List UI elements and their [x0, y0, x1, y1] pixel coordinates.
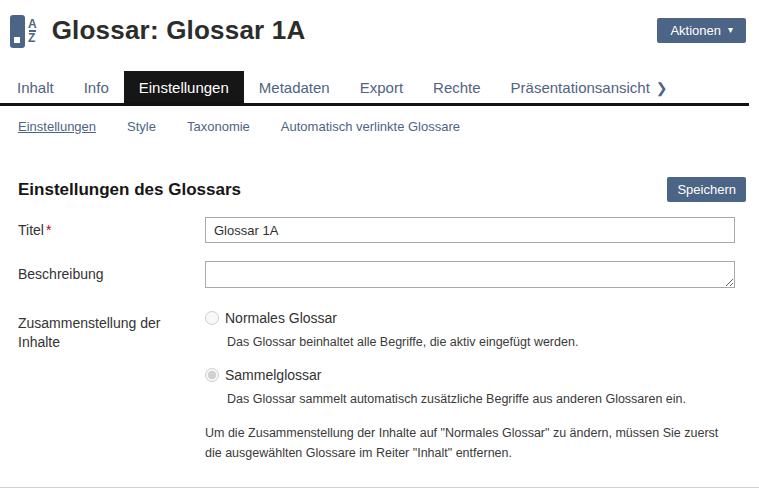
compilation-note: Um die Zusammenstellung der Inhalte auf … [205, 424, 735, 463]
sammelglossar-label: Sammelglossar [225, 367, 321, 383]
tab-einstellungen[interactable]: Einstellungen [124, 71, 244, 103]
glossary-book-spine [10, 15, 25, 48]
title-row: Titel* [0, 217, 759, 243]
sammelglossar-radio[interactable] [205, 368, 219, 382]
tab-rechte[interactable]: Rechte [418, 71, 496, 103]
required-marker: * [46, 222, 51, 238]
glossary-settings-page: A Z Glossar: Glossar 1A Aktionen ▾ Inhal… [0, 0, 759, 497]
page-header: A Z Glossar: Glossar 1A Aktionen ▾ [0, 0, 759, 52]
actions-button[interactable]: Aktionen ▾ [657, 18, 746, 43]
tab-inhalt[interactable]: Inhalt [2, 71, 69, 103]
description-textarea[interactable] [205, 261, 735, 288]
tab-export[interactable]: Export [345, 71, 418, 103]
caret-down-icon: ▾ [728, 25, 733, 35]
subtab-einstellungen[interactable]: Einstellungen [18, 119, 96, 134]
normales-glossar-info: Das Glossar beinhaltet alle Begriffe, di… [227, 333, 735, 351]
description-row: Beschreibung [0, 261, 759, 292]
tab-metadaten[interactable]: Metadaten [244, 71, 345, 103]
icon-letter-z: Z [28, 33, 35, 43]
main-tabbar: Inhalt Info Einstellungen Metadaten Expo… [0, 71, 749, 106]
glossary-az-icon: A Z [10, 15, 37, 48]
form-heading: Einstellungen des Glossars [18, 180, 241, 200]
actions-button-label: Aktionen [670, 23, 721, 38]
subtab-style[interactable]: Style [127, 119, 156, 134]
title-input[interactable] [205, 217, 735, 243]
page-title: Glossar: Glossar 1A [52, 15, 306, 46]
bottom-divider [0, 487, 759, 488]
normales-glossar-radio[interactable] [205, 311, 219, 325]
chevron-right-icon: ❯ [656, 80, 668, 96]
subtab-automatisch-verlinkte-glossare[interactable]: Automatisch verlinkte Glossare [281, 119, 460, 134]
title-label: Titel [18, 222, 44, 238]
subtab-taxonomie[interactable]: Taxonomie [187, 119, 250, 134]
option-sammelglossar: Sammelglossar Das Glossar sammelt automa… [205, 367, 735, 408]
tab-praesentationsansicht-label: Präsentationsansicht [511, 79, 650, 96]
save-button[interactable]: Speichern [667, 177, 746, 202]
compilation-label: Zusammenstellung der Inhalte [18, 310, 205, 463]
sub-tabbar: Einstellungen Style Taxonomie Automatisc… [0, 106, 759, 146]
option-normales-glossar: Normales Glossar Das Glossar beinhaltet … [205, 310, 735, 351]
form-header: Einstellungen des Glossars Speichern [18, 177, 746, 202]
settings-form: Titel* Beschreibung Zusammenstellung der… [0, 217, 759, 463]
normales-glossar-label: Normales Glossar [225, 310, 337, 326]
description-label: Beschreibung [18, 261, 205, 292]
compilation-row: Zusammenstellung der Inhalte Normales Gl… [0, 310, 759, 463]
tab-praesentationsansicht[interactable]: Präsentationsansicht ❯ [496, 71, 683, 103]
icon-letter-a: A [28, 19, 37, 29]
tab-info[interactable]: Info [69, 71, 124, 103]
sammelglossar-info: Das Glossar sammelt automatisch zusätzli… [227, 390, 735, 408]
